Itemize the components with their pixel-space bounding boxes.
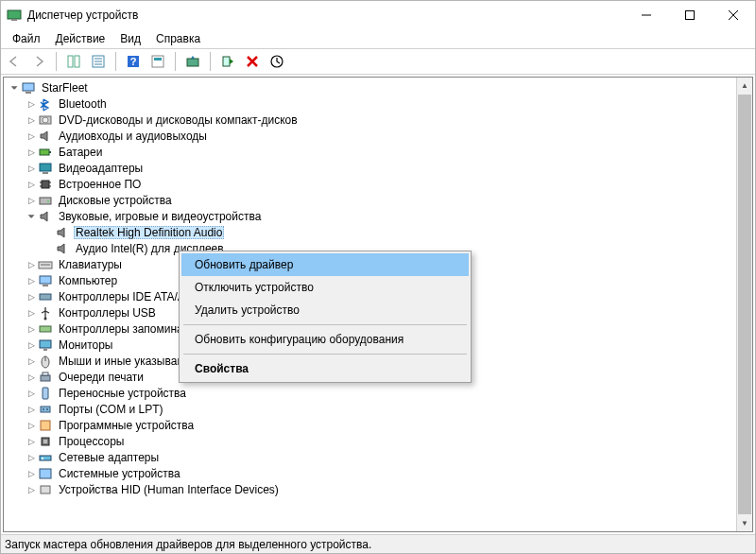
svg-rect-48 xyxy=(43,372,48,375)
vertical-scrollbar[interactable]: ▲ ▼ xyxy=(736,78,752,531)
update-driver-button[interactable] xyxy=(181,50,204,73)
tree-node-dvd[interactable]: ▷ DVD-дисководы и дисководы компакт-диск… xyxy=(8,112,736,128)
window-title: Диспетчер устройств xyxy=(27,9,138,22)
forward-button[interactable] xyxy=(27,50,50,73)
toolbar-separator xyxy=(56,52,57,71)
context-menu: Обновить драйвер Отключить устройство Уд… xyxy=(179,251,472,383)
svg-rect-55 xyxy=(43,440,47,443)
properties-button[interactable] xyxy=(87,50,110,73)
svg-rect-14 xyxy=(152,56,163,67)
speaker-icon xyxy=(38,209,53,224)
expand-icon[interactable]: ▷ xyxy=(25,162,38,175)
svg-rect-59 xyxy=(41,486,50,493)
expand-icon[interactable]: ▷ xyxy=(25,387,38,400)
maximize-button[interactable] xyxy=(668,1,712,29)
expand-icon[interactable]: ▷ xyxy=(25,97,38,111)
tree-node-realtek-audio[interactable]: ▷ Realtek High Definition Audio xyxy=(8,224,736,240)
usb-icon xyxy=(38,305,53,320)
tree-node-disks[interactable]: ▷ Дисковые устройства xyxy=(8,192,736,208)
context-update-driver[interactable]: Обновить драйвер xyxy=(181,253,469,276)
tree-node-ports[interactable]: ▷ Порты (COM и LPT) xyxy=(8,401,736,417)
action-button[interactable] xyxy=(146,50,169,73)
computer-icon xyxy=(21,80,36,95)
expand-icon[interactable]: ▷ xyxy=(25,178,38,191)
svg-rect-57 xyxy=(42,458,43,459)
tree-node-batteries[interactable]: ▷ Батареи xyxy=(8,144,736,160)
expand-icon[interactable]: ▷ xyxy=(25,403,38,416)
expand-icon[interactable]: ▷ xyxy=(25,467,38,480)
tree-node-software-devices[interactable]: ▷ Программные устройства xyxy=(8,417,736,433)
show-hidden-button[interactable] xyxy=(62,50,85,73)
toolbar-separator xyxy=(175,52,176,71)
menu-view[interactable]: Вид xyxy=(112,30,148,47)
tree-node-audio-io[interactable]: ▷ Аудиовходы и аудиовыходы xyxy=(8,128,736,144)
svg-point-35 xyxy=(47,200,49,202)
svg-rect-3 xyxy=(686,11,695,20)
toolbar-separator xyxy=(210,52,211,71)
minimize-button[interactable] xyxy=(625,1,668,29)
enable-button[interactable] xyxy=(216,50,239,73)
portable-device-icon xyxy=(38,386,53,401)
expand-icon[interactable]: ▷ xyxy=(25,355,38,368)
expand-icon[interactable]: ▷ xyxy=(25,290,38,303)
svg-rect-47 xyxy=(41,375,50,381)
svg-rect-58 xyxy=(40,469,51,478)
context-separator xyxy=(183,324,467,325)
back-button[interactable] xyxy=(3,50,26,73)
tree-node-hid[interactable]: ▷ Устройства HID (Human Interface Device… xyxy=(8,481,736,497)
device-tree[interactable]: ⏷ StarFleet ▷ Bluetooth ▷ DVD-дисководы … xyxy=(4,78,736,531)
context-uninstall-device[interactable]: Удалить устройство xyxy=(181,299,469,321)
menubar: Файл Действие Вид Справка xyxy=(1,29,755,48)
svg-rect-50 xyxy=(41,407,50,412)
scroll-up-button[interactable]: ▲ xyxy=(737,78,752,94)
svg-rect-15 xyxy=(154,58,162,61)
expand-icon[interactable]: ▷ xyxy=(25,258,38,271)
expand-icon[interactable]: ▷ xyxy=(25,451,38,464)
expand-icon[interactable]: ▷ xyxy=(25,435,38,448)
menu-action[interactable]: Действие xyxy=(48,30,113,47)
svg-rect-21 xyxy=(23,83,34,91)
speaker-icon xyxy=(38,129,53,144)
expand-icon[interactable]: ▷ xyxy=(25,130,38,143)
expand-icon[interactable]: ▷ xyxy=(25,274,38,287)
scroll-down-button[interactable]: ▼ xyxy=(737,515,752,531)
expand-icon[interactable]: ▷ xyxy=(25,371,38,384)
context-properties[interactable]: Свойства xyxy=(181,357,469,380)
help-button[interactable]: ? xyxy=(122,50,145,73)
expand-icon[interactable]: ▷ xyxy=(25,194,38,207)
expand-icon[interactable]: ▷ xyxy=(25,113,38,127)
expand-icon[interactable]: ▷ xyxy=(25,419,38,432)
svg-rect-43 xyxy=(40,340,51,348)
scan-hardware-button[interactable] xyxy=(266,50,288,73)
tree-node-processors[interactable]: ▷ Процессоры xyxy=(8,433,736,449)
tree-node-sound-game-video[interactable]: ⏷ Звуковые, игровые и видеоустройства xyxy=(8,208,736,224)
tree-root[interactable]: ⏷ StarFleet xyxy=(8,79,736,95)
collapse-icon[interactable]: ⏷ xyxy=(25,210,38,223)
tree-node-network[interactable]: ▷ Сетевые адаптеры xyxy=(8,449,736,465)
close-button[interactable] xyxy=(712,1,755,29)
tree-node-video[interactable]: ▷ Видеоадаптеры xyxy=(8,160,736,176)
menu-file[interactable]: Файл xyxy=(5,30,48,47)
context-disable-device[interactable]: Отключить устройство xyxy=(181,276,469,299)
battery-icon xyxy=(38,145,53,160)
expand-icon[interactable]: ▷ xyxy=(25,146,38,159)
expand-icon[interactable]: ▷ xyxy=(25,338,38,352)
uninstall-button[interactable] xyxy=(241,50,264,73)
scroll-thumb[interactable] xyxy=(738,95,751,514)
context-scan-hardware[interactable]: Обновить конфигурацию оборудования xyxy=(181,328,469,351)
svg-rect-53 xyxy=(41,421,50,430)
expand-icon[interactable]: ▷ xyxy=(25,483,38,496)
controller-icon xyxy=(38,321,53,337)
status-text: Запуск мастера обновления драйверов для … xyxy=(5,538,371,551)
tree-node-system-devices[interactable]: ▷ Системные устройства xyxy=(8,465,736,481)
expand-icon[interactable]: ▷ xyxy=(25,322,38,336)
collapse-icon[interactable]: ⏷ xyxy=(8,81,21,95)
expand-icon[interactable]: ▷ xyxy=(25,306,38,320)
context-separator xyxy=(183,354,467,355)
tree-node-portable[interactable]: ▷ Переносные устройства xyxy=(8,385,736,401)
display-adapter-icon xyxy=(38,161,53,176)
svg-rect-39 xyxy=(43,285,48,286)
tree-node-firmware[interactable]: ▷ Встроенное ПО xyxy=(8,176,736,192)
tree-node-bluetooth[interactable]: ▷ Bluetooth xyxy=(8,95,736,112)
menu-help[interactable]: Справка xyxy=(148,30,208,47)
